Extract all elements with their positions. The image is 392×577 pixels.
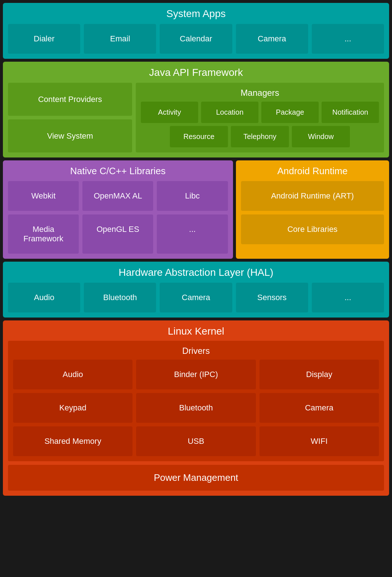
drivers-title: Drivers (13, 346, 379, 356)
native-cpp-layer: Native C/C++ Libraries Webkit OpenMAX AL… (3, 160, 233, 259)
linux-kernel-layer: Linux Kernel Drivers Audio Binder (IPC) … (3, 320, 389, 496)
driver-binder: Binder (IPC) (136, 360, 256, 389)
managers-title: Managers (141, 88, 379, 98)
android-runtime-art: Android Runtime (ART) (241, 181, 384, 211)
driver-shared-memory: Shared Memory (13, 426, 132, 456)
manager-notification: Notification (322, 102, 379, 123)
managers-row1: Activity Location Package Notification (141, 102, 379, 123)
drivers-grid: Audio Binder (IPC) Display Keypad Blueto… (13, 360, 379, 456)
managers-row2: Resource Telephony Window (141, 126, 379, 147)
java-api-layer: Java API Framework Content Providers Vie… (3, 62, 389, 157)
driver-audio: Audio (13, 360, 132, 389)
system-apps-layer: System Apps Dialer Email Calendar Camera… (3, 3, 389, 59)
managers-box: Managers Activity Location Package Notif… (136, 83, 384, 152)
content-providers-tile: Content Providers (8, 83, 132, 116)
hal-bluetooth: Bluetooth (84, 283, 156, 312)
android-runtime-title: Android Runtime (241, 165, 384, 177)
manager-package: Package (261, 102, 319, 123)
manager-window: Window (292, 126, 350, 147)
linux-kernel-title: Linux Kernel (8, 326, 384, 337)
hal-grid: Audio Bluetooth Camera Sensors ... (8, 283, 384, 312)
app-tile-calendar: Calendar (160, 24, 232, 54)
android-runtime-core: Core Libraries (241, 214, 384, 244)
native-more: ... (157, 214, 228, 254)
driver-usb: USB (136, 426, 256, 456)
manager-telephony: Telephony (231, 126, 289, 147)
native-opengl: OpenGL ES (82, 214, 153, 254)
manager-resource: Resource (170, 126, 228, 147)
hal-camera: Camera (160, 283, 232, 312)
java-api-title: Java API Framework (8, 67, 384, 78)
manager-activity: Activity (141, 102, 198, 123)
view-system-tile: View System (8, 119, 132, 152)
hal-title: Hardware Abstraction Layer (HAL) (8, 267, 384, 278)
power-management: Power Management (8, 465, 384, 491)
app-tile-camera: Camera (236, 24, 308, 54)
native-webkit: Webkit (8, 181, 79, 211)
drivers-box: Drivers Audio Binder (IPC) Display Keypa… (8, 341, 384, 461)
native-cpp-title: Native C/C++ Libraries (8, 165, 228, 177)
app-tile-email: Email (84, 24, 156, 54)
hal-audio: Audio (8, 283, 80, 312)
java-api-left: Content Providers View System (8, 83, 132, 152)
native-openmax: OpenMAX AL (82, 181, 153, 211)
native-runtime-row: Native C/C++ Libraries Webkit OpenMAX AL… (3, 160, 389, 259)
android-runtime-layer: Android Runtime Android Runtime (ART) Co… (236, 160, 389, 259)
hal-more: ... (312, 283, 384, 312)
java-api-content: Content Providers View System Managers A… (8, 83, 384, 152)
native-libc: Libc (157, 181, 228, 211)
app-tile-more: ... (312, 24, 384, 54)
driver-camera: Camera (260, 393, 379, 423)
system-apps-grid: Dialer Email Calendar Camera ... (8, 24, 384, 54)
system-apps-title: System Apps (8, 8, 384, 20)
manager-location: Location (201, 102, 258, 123)
app-tile-dialer: Dialer (8, 24, 80, 54)
native-grid: Webkit OpenMAX AL Libc Media Framework O… (8, 181, 228, 254)
hal-sensors: Sensors (236, 283, 308, 312)
native-media: Media Framework (8, 214, 79, 254)
driver-display: Display (260, 360, 379, 389)
driver-wifi: WIFI (260, 426, 379, 456)
driver-bluetooth: Bluetooth (136, 393, 256, 423)
driver-keypad: Keypad (13, 393, 132, 423)
hal-layer: Hardware Abstraction Layer (HAL) Audio B… (3, 262, 389, 318)
